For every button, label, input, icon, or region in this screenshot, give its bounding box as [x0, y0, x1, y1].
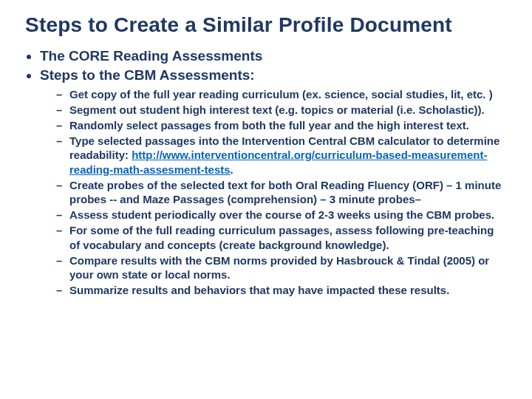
list-item: Get copy of the full year reading curric… — [59, 87, 507, 101]
text-run: Compare results with the CBM norms provi… — [69, 254, 489, 281]
list-item: Segment out student high interest text (… — [59, 103, 507, 117]
text-run: . — [231, 163, 233, 176]
text-run: For some of the full reading curriculum … — [69, 224, 494, 250]
slide: Steps to Create a Similar Profile Docume… — [0, 0, 532, 399]
list-item: Compare results with the CBM norms provi… — [59, 253, 507, 282]
list-item: Type selected passages into the Interven… — [59, 134, 507, 177]
page-title: Steps to Create a Similar Profile Docume… — [25, 13, 507, 37]
list-item: Summarize results and behaviors that may… — [59, 283, 507, 297]
sub-bullet-list: Get copy of the full year reading curric… — [25, 87, 507, 298]
text-run: Get copy of the full year reading curric… — [69, 88, 493, 100]
text-run: Summarize results and behaviors that may… — [69, 284, 449, 296]
list-item: Create probes of the selected text for b… — [59, 178, 507, 206]
top-bullet-list: The CORE Reading Assessments Steps to th… — [25, 47, 507, 84]
list-item: Assess student periodically over the cou… — [59, 208, 507, 222]
text-run: Assess student periodically over the cou… — [69, 208, 494, 221]
list-item: For some of the full reading curriculum … — [59, 223, 507, 251]
list-item: Randomly select passages from both the f… — [59, 118, 507, 132]
list-item: Steps to the CBM Assessments: — [40, 66, 507, 84]
text-run: Segment out student high interest text (… — [69, 103, 485, 116]
readability-link[interactable]: http://www.interventioncentral.org/curri… — [69, 149, 487, 175]
text-run: Create probes of the selected text for b… — [69, 179, 501, 205]
list-item: The CORE Reading Assessments — [40, 47, 507, 65]
text-run: Randomly select passages from both the f… — [69, 119, 469, 132]
